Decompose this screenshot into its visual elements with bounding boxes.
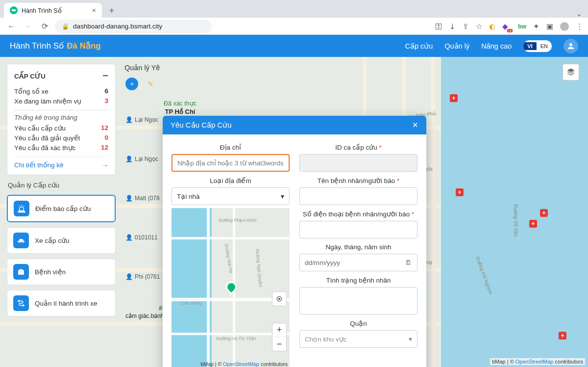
osm-link[interactable]: OpenStreetMap (515, 359, 554, 365)
map-attribution: bMap | © OpenStreetMap contributors (490, 358, 585, 365)
tab-favicon (10, 6, 18, 14)
ext1-icon[interactable]: ◐ (489, 22, 495, 31)
stats-subtitle: Thống kê trong tháng (14, 113, 108, 121)
puzzle-icon[interactable]: ▣ (546, 22, 553, 31)
stats-details-link[interactable]: Chi tiết thống kê → (14, 157, 108, 169)
zoom-out-button[interactable]: − (272, 337, 286, 351)
sidebar-item-tracking[interactable]: Quản lí hành trình xe (7, 290, 116, 316)
dob-input[interactable]: dd/mm/yyyy 🗓 (299, 254, 417, 271)
case-id-input (299, 154, 417, 172)
label-district: Quận (299, 319, 417, 327)
zoom-control: + − (272, 323, 287, 351)
new-tab-button[interactable]: + (105, 4, 119, 18)
locate-icon[interactable] (272, 291, 287, 306)
panel-title: Quản lý Yê (124, 64, 160, 72)
sidebar: CẤP CỨU − Tổng số xe6 Xe đang làm nhiệm … (0, 57, 122, 367)
url-text: dashboard-danang.bsmart.city (73, 23, 162, 30)
sidebar-item-label: Điểm báo cấp cứu (35, 205, 91, 212)
sidebar-item-label: Xe cấp cứu (35, 236, 70, 244)
sidebar-item-hospital[interactable]: Bệnh viện (7, 259, 116, 285)
reload-icon[interactable]: ⟳ (38, 22, 51, 31)
browser-chrome: Hành Trình Số × + ⌄ ← → ⟳ 🔒 dashboard-da… (0, 0, 588, 35)
modal-left-column: Địa chỉ Loại địa điểm Tại nhà ▾ Đường Ph… (172, 141, 290, 367)
collapse-icon[interactable]: − (102, 70, 108, 81)
header-nav: Cấp cứu Quản lý Nâng cao VI EN (405, 39, 578, 53)
map-road-label: Đường Võ Văn (513, 205, 518, 237)
row-value: 6 (104, 87, 108, 95)
modal-close-icon[interactable]: ✕ (412, 121, 418, 130)
row-value: 3 (104, 97, 108, 105)
sidebar-item-report[interactable]: Điểm báo cấp cứu (7, 195, 116, 222)
tabs-dropdown-icon[interactable]: ⌄ (576, 10, 582, 18)
tab-close-icon[interactable]: × (92, 6, 96, 14)
chevron-down-icon: ▾ (409, 335, 412, 343)
hospital-marker[interactable]: + (456, 188, 464, 196)
ext2-icon[interactable]: ◆ (502, 22, 511, 31)
profile-avatar-icon[interactable] (560, 22, 569, 31)
phone-input[interactable] (299, 221, 417, 238)
modal-header: Yêu Cầu Cấp Cứu ✕ (163, 116, 426, 134)
user-icon: 👤 (125, 195, 133, 202)
osm-link[interactable]: OpenStreetMap (223, 361, 259, 367)
hospital-marker[interactable]: + (450, 94, 458, 102)
label-address: Địa chỉ (172, 143, 290, 151)
condition-textarea[interactable] (299, 287, 417, 315)
label-place-type: Loại địa điểm (172, 177, 290, 184)
row-label: Yêu cầu đã xác thực (14, 144, 75, 152)
bookmark-icon[interactable]: ☆ (476, 22, 482, 31)
kebab-icon[interactable]: ⋮ (576, 22, 583, 31)
add-request-button[interactable]: ＋ (125, 78, 138, 90)
share-icon[interactable]: ⇪ (463, 22, 469, 31)
key-icon[interactable]: ⚿ (435, 22, 442, 30)
brand-city: Đà Nẵng (67, 41, 101, 51)
tab-title: Hành Trình Số (22, 7, 62, 14)
row-label: Tổng số xe (14, 87, 49, 95)
patient-name-input[interactable] (299, 187, 417, 205)
user-icon: 👤 (125, 234, 133, 241)
user-icon: 👤 (125, 273, 133, 280)
sidebar-item-label: Bệnh viện (35, 268, 66, 276)
route-icon (13, 295, 29, 311)
install-icon[interactable]: ⤓ (449, 22, 456, 31)
modal-mini-map[interactable]: Đường Phạm Đình Đường Mai Ha Đường Ngô Q… (172, 208, 290, 367)
nav-manage[interactable]: Quản lý (444, 42, 469, 50)
district-select[interactable]: Chọn khu vực ▾ (299, 330, 417, 348)
label-patient-name: Tên bệnh nhân/người báo (299, 177, 417, 184)
sidebar-section-label: Quản lý Cấp cứu (7, 180, 116, 190)
label-phone: Số điện thoại bệnh nhân/người báo (299, 210, 417, 218)
nav-emergency[interactable]: Cấp cứu (405, 42, 433, 50)
back-icon[interactable]: ← (5, 22, 18, 31)
browser-tab[interactable]: Hành Trình Số × (4, 3, 102, 18)
address-bar[interactable]: 🔒 dashboard-danang.bsmart.city (55, 20, 212, 33)
map-layers-icon[interactable] (563, 64, 579, 80)
user-avatar-icon[interactable] (564, 39, 578, 53)
hospital-icon (13, 264, 29, 280)
card-title-text: CẤP CỨU (14, 72, 46, 80)
hospital-marker[interactable]: + (540, 209, 548, 217)
address-input[interactable] (172, 154, 290, 172)
main-area: Đường Điện Biên Phủ Đường Đinh Nghĩa Đườ… (0, 57, 588, 367)
sidebar-item-ambulance[interactable]: Xe cấp cứu (7, 227, 116, 254)
toolbar: ← → ⟳ 🔒 dashboard-danang.bsmart.city ⚿ ⤓… (0, 18, 588, 35)
row-label: Yêu cầu cấp cứu (14, 124, 66, 132)
svg-point-2 (279, 298, 280, 300)
hospital-marker[interactable]: + (559, 332, 566, 340)
place-type-select[interactable]: Tại nhà ▾ (172, 187, 290, 205)
extensions-icon[interactable]: ✦ (533, 22, 539, 31)
siren-icon (14, 201, 29, 216)
lang-en: EN (537, 42, 552, 50)
user-icon: 👤 (125, 156, 133, 162)
language-toggle[interactable]: VI EN (523, 40, 552, 52)
toolbar-right: ⚿ ⤓ ⇪ ☆ ◐ ◆ bw ✦ ▣ ⋮ (435, 22, 583, 31)
forward-icon[interactable]: → (22, 22, 34, 31)
zoom-in-button[interactable]: + (272, 323, 286, 337)
emergency-summary-card: CẤP CỨU − Tổng số xe6 Xe đang làm nhiệm … (7, 64, 116, 175)
ext3-icon[interactable]: bw (518, 23, 526, 30)
label-case-id: ID ca cấp cứu (299, 143, 417, 151)
sidebar-item-label: Quản lí hành trình xe (35, 299, 98, 307)
row-value: 0 (104, 134, 108, 142)
hospital-marker[interactable]: + (529, 220, 537, 228)
row-value: 12 (101, 144, 108, 152)
nav-advanced[interactable]: Nâng cao (481, 42, 512, 50)
edit-button[interactable]: ✎ (144, 78, 157, 90)
